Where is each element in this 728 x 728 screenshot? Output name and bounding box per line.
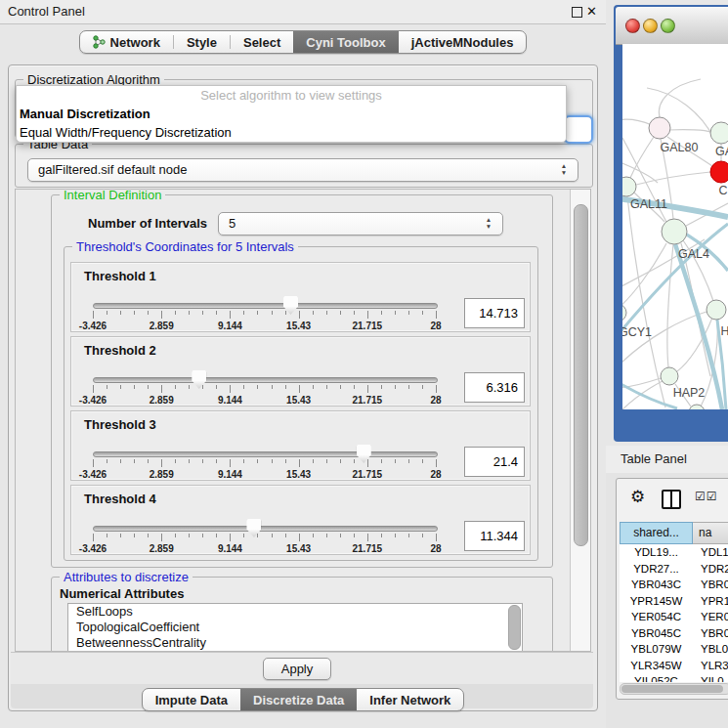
- table-cell[interactable]: YDR2: [693, 561, 728, 578]
- list-scrollbar[interactable]: [508, 605, 521, 650]
- tab-infer-network[interactable]: Infer Network: [357, 689, 463, 710]
- network-window-titlebar[interactable]: [616, 7, 728, 45]
- vertical-scrollbar-thumb[interactable]: [574, 204, 588, 546]
- threshold-slider[interactable]: -3.4262.8599.14415.4321.71528: [93, 294, 436, 331]
- table-cell[interactable]: YBR0: [693, 625, 728, 642]
- network-edge[interactable]: [622, 243, 666, 308]
- table-row[interactable]: YDL19...YDL1: [620, 544, 728, 561]
- spinner-arrows-icon[interactable]: ▲▼: [484, 216, 493, 230]
- table-cell[interactable]: YBL0: [693, 641, 728, 658]
- attribute-item-betweennesscentrality[interactable]: BetweennessCentrality: [68, 635, 522, 651]
- threshold-label: Threshold 1: [84, 269, 156, 283]
- attribute-item-selfloops[interactable]: SelfLoops: [68, 604, 522, 620]
- tab-network[interactable]: Network: [80, 31, 173, 53]
- node-gal4[interactable]: [662, 219, 687, 244]
- table-row[interactable]: YBR045CYBR0: [620, 625, 728, 642]
- table-cell[interactable]: YDL19...: [620, 544, 693, 561]
- threshold-slider[interactable]: -3.4262.8599.14415.4321.71528: [93, 517, 436, 554]
- table-row[interactable]: YBL079WYBL0: [620, 641, 728, 658]
- node-h[interactable]: [707, 300, 726, 320]
- tick-mark: [120, 311, 121, 315]
- tab-discretize-data[interactable]: Discretize Data: [240, 689, 357, 710]
- threshold-value-field[interactable]: 6.316: [464, 372, 525, 403]
- slider-track[interactable]: [93, 303, 438, 309]
- close-window-button[interactable]: [625, 19, 640, 33]
- tab-style[interactable]: Style: [174, 31, 230, 53]
- node-gal80[interactable]: [649, 117, 670, 139]
- horizontal-scrollbar-thumb[interactable]: [621, 685, 723, 693]
- network-view-window[interactable]: GAL80GACGAL11GAL4GCY1HHAP2: [614, 5, 728, 442]
- apply-button[interactable]: Apply: [263, 658, 331, 680]
- column-header-na[interactable]: na: [693, 522, 728, 544]
- table-cell[interactable]: YBR045C: [620, 625, 693, 642]
- table-cell[interactable]: YLR345W: [620, 658, 693, 674]
- gear-icon[interactable]: ⚙: [630, 487, 645, 507]
- threshold-slider[interactable]: -3.4262.8599.14415.4321.71528: [93, 443, 436, 480]
- numerical-attributes-list[interactable]: SelfLoopsTopologicalCoefficientBetweenne…: [67, 603, 523, 652]
- scale-label: 21.715: [353, 395, 383, 406]
- node-gcy1[interactable]: [622, 304, 626, 321]
- threshold-value-field[interactable]: 14.713: [464, 298, 525, 328]
- table-cell[interactable]: YER0: [693, 609, 728, 625]
- float-window-icon[interactable]: [572, 7, 582, 18]
- attribute-item-topologicalcoefficient[interactable]: TopologicalCoefficient: [68, 620, 522, 635]
- number-of-intervals-spinner[interactable]: 5 ▲▼: [218, 212, 503, 236]
- network-edge[interactable]: [667, 244, 673, 367]
- table-row[interactable]: YLR345WYLR3: [620, 658, 728, 674]
- node-top-right[interactable]: [710, 122, 728, 144]
- table-cell[interactable]: YIL052C: [620, 673, 693, 682]
- table-cell[interactable]: YBR043C: [620, 577, 693, 593]
- network-edge[interactable]: [622, 119, 652, 125]
- table-row[interactable]: YBR043CYBR0: [620, 577, 728, 593]
- table-cell[interactable]: YDR27...: [620, 561, 693, 578]
- dropdown-option-manual-discretization[interactable]: Manual Discretization: [17, 105, 566, 123]
- tick-mark: [354, 311, 355, 315]
- dropdown-option-equal-width-frequency[interactable]: Equal Width/Frequency Discretization: [17, 123, 566, 142]
- zoom-window-button[interactable]: [661, 19, 675, 33]
- table-row[interactable]: YER054CYER0: [620, 609, 728, 625]
- threshold-slider[interactable]: -3.4262.8599.14415.4321.71528: [93, 368, 436, 406]
- columns-icon[interactable]: [662, 490, 681, 509]
- threshold-value-field[interactable]: 11.344: [464, 521, 525, 551]
- table-cell[interactable]: YBR0: [693, 577, 728, 593]
- tab-select[interactable]: Select: [231, 31, 293, 53]
- tab-cyni-toolbox[interactable]: Cyni Toolbox: [293, 31, 398, 53]
- threshold-1-panel: Threshold 1 -3.4262.8599.14415.4321.7152…: [70, 262, 531, 332]
- table-cell[interactable]: YIL0: [693, 673, 728, 682]
- dropdown-placeholder-option[interactable]: Select algorithm to view settings: [17, 86, 566, 105]
- table-cell[interactable]: YLR3: [693, 658, 728, 674]
- table-cell[interactable]: YBL079W: [620, 641, 693, 658]
- close-icon[interactable]: ✕: [586, 3, 597, 21]
- minimize-window-button[interactable]: [643, 19, 658, 33]
- tab-impute-data[interactable]: Impute Data: [143, 689, 240, 710]
- table-row[interactable]: YPR145WYPR1: [620, 593, 728, 610]
- checkbox-icons[interactable]: ☑☑: [695, 490, 718, 503]
- network-edge-highlighted[interactable]: [675, 244, 722, 409]
- node-gal11[interactable]: [622, 177, 636, 196]
- table-data-combobox[interactable]: galFiltered.sif default node ▲▼: [27, 158, 578, 182]
- slider-track[interactable]: [93, 526, 438, 532]
- algorithm-combobox[interactable]: [564, 115, 593, 144]
- column-header-shared-[interactable]: shared...: [620, 522, 693, 544]
- network-edge[interactable]: [669, 130, 710, 132]
- slider-track[interactable]: [93, 377, 438, 383]
- node-hap2[interactable]: [661, 367, 678, 385]
- table-row[interactable]: YIL052CYIL0: [620, 673, 728, 682]
- threshold-value-field[interactable]: 21.4: [464, 447, 525, 477]
- network-edge[interactable]: [622, 312, 707, 366]
- tab-jactivemnodules[interactable]: jActiveMNodules: [399, 31, 527, 53]
- slider-scale-labels: -3.4262.8599.14415.4321.71528: [93, 395, 436, 406]
- table-cell[interactable]: YPR145W: [620, 593, 693, 610]
- table-cell[interactable]: YPR1: [693, 593, 728, 610]
- slider-track[interactable]: [93, 451, 438, 457]
- horizontal-scrollbar[interactable]: [620, 683, 728, 695]
- table-row[interactable]: YDR27...YDR2: [620, 561, 728, 578]
- network-canvas[interactable]: GAL80GACGAL11GAL4GCY1HHAP2: [622, 44, 728, 409]
- network-edge[interactable]: [636, 172, 710, 185]
- vertical-scrollbar[interactable]: [570, 190, 590, 651]
- node-selected-red[interactable]: [710, 161, 728, 183]
- table-cell[interactable]: YER054C: [620, 609, 693, 625]
- node-partial[interactable]: [689, 405, 705, 409]
- table-cell[interactable]: YDL1: [693, 544, 728, 561]
- tick-mark: [408, 534, 409, 537]
